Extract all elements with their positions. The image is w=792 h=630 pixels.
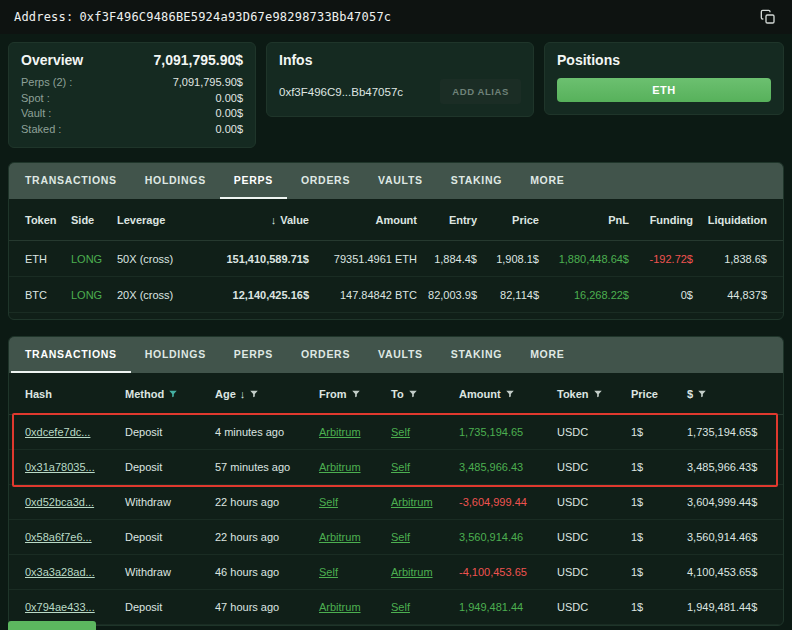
cell-liquidation: 44,837$ xyxy=(693,289,767,301)
tx-col-method[interactable]: Method xyxy=(125,388,215,400)
to-link[interactable]: Arbitrum xyxy=(391,496,433,508)
tx-tab-transactions[interactable]: TRANSACTIONS xyxy=(11,337,131,373)
cell-amount: 3,560,914.46 xyxy=(459,531,557,543)
cell-method: Deposit xyxy=(125,601,215,613)
copy-icon xyxy=(760,9,776,25)
perps-col-side[interactable]: Side xyxy=(71,214,117,226)
address-bar: Address:0xf3F496C9486BE5924a93D67e982987… xyxy=(0,0,792,34)
perps-row-eth: ETH LONG 50X (cross) 151,410,589.71$ 793… xyxy=(9,241,783,277)
cell-liquidation: 1,838.6$ xyxy=(693,253,767,265)
from-link[interactable]: Arbitrum xyxy=(319,531,361,543)
cell-token: USDC xyxy=(557,531,631,543)
perps-tabbar: TRANSACTIONS HOLDINGS PERPS ORDERS VAULT… xyxy=(9,163,783,199)
perps-tab-more[interactable]: MORE xyxy=(516,163,578,199)
overview-total: 7,091,795.90$ xyxy=(153,52,243,68)
hash-link[interactable]: 0x58a6f7e6... xyxy=(25,531,92,543)
tx-col-price[interactable]: Price xyxy=(631,388,687,400)
tx-col-from[interactable]: From xyxy=(319,388,391,400)
hash-link[interactable]: 0x794ae433... xyxy=(25,601,95,613)
filter-icon xyxy=(249,389,259,399)
cell-token: USDC xyxy=(557,426,631,438)
tx-col-amount[interactable]: Amount xyxy=(459,388,557,400)
from-link[interactable]: Arbitrum xyxy=(319,461,361,473)
cell-usd: 1,735,194.65$ xyxy=(687,426,767,438)
positions-title: Positions xyxy=(557,52,771,68)
cell-method: Deposit xyxy=(125,426,215,438)
tx-tab-more[interactable]: MORE xyxy=(516,337,578,373)
to-link[interactable]: Self xyxy=(391,531,410,543)
cell-token: ETH xyxy=(25,253,71,265)
tx-row: 0x3a3a28ad... Withdraw 46 hours ago Self… xyxy=(9,555,783,590)
from-link[interactable]: Arbitrum xyxy=(319,601,361,613)
overview-value: 0.00$ xyxy=(215,122,243,138)
cell-amount: -3,604,999.44 xyxy=(459,496,557,508)
cell-price: 1,908.1$ xyxy=(477,253,539,265)
cell-price: 1$ xyxy=(631,531,687,543)
cell-token: USDC xyxy=(557,566,631,578)
hash-link[interactable]: 0x3a3a28ad... xyxy=(25,566,95,578)
overview-label: Spot : xyxy=(21,91,50,107)
cell-token: USDC xyxy=(557,601,631,613)
cell-price: 1$ xyxy=(631,566,687,578)
from-link[interactable]: Self xyxy=(319,566,338,578)
cell-pnl: 1,880,448.64$ xyxy=(539,253,629,265)
address-label: Address: xyxy=(14,10,73,24)
filter-icon xyxy=(351,389,361,399)
tx-tab-vaults[interactable]: VAULTS xyxy=(364,337,437,373)
sort-desc-icon: ↓ xyxy=(240,388,246,400)
perps-col-liquidation[interactable]: Liquidation xyxy=(693,214,767,226)
hash-link[interactable]: 0xd52bca3d... xyxy=(25,496,94,508)
perps-col-funding[interactable]: Funding xyxy=(629,214,693,226)
perps-col-leverage[interactable]: Leverage xyxy=(117,214,197,226)
cell-age: 47 hours ago xyxy=(215,601,319,613)
position-asset-button[interactable]: ETH xyxy=(557,78,771,102)
from-link[interactable]: Arbitrum xyxy=(319,426,361,438)
cell-token: BTC xyxy=(25,289,71,301)
perps-tab-orders[interactable]: ORDERS xyxy=(287,163,364,199)
from-link[interactable]: Self xyxy=(319,496,338,508)
tx-col-usd[interactable]: $ xyxy=(687,388,767,400)
tx-col-age[interactable]: Age↓ xyxy=(215,388,319,400)
overview-row-spot: Spot : 0.00$ xyxy=(21,91,243,107)
perps-tab-holdings[interactable]: HOLDINGS xyxy=(131,163,220,199)
perps-col-value[interactable]: ↓Value xyxy=(197,214,309,226)
perps-col-amount[interactable]: Amount xyxy=(309,214,417,226)
perps-tab-perps[interactable]: PERPS xyxy=(220,163,287,199)
perps-tab-staking[interactable]: STAKING xyxy=(437,163,516,199)
add-alias-button[interactable]: ADD ALIAS xyxy=(440,79,521,104)
tx-tab-perps[interactable]: PERPS xyxy=(220,337,287,373)
perps-col-entry[interactable]: Entry xyxy=(417,214,477,226)
tx-row: 0x58a6f7e6... Deposit 22 hours ago Arbit… xyxy=(9,520,783,555)
tx-tab-holdings[interactable]: HOLDINGS xyxy=(131,337,220,373)
perps-tab-transactions[interactable]: TRANSACTIONS xyxy=(11,163,131,199)
tx-tab-staking[interactable]: STAKING xyxy=(437,337,516,373)
to-link[interactable]: Self xyxy=(391,601,410,613)
cell-usd: 4,100,453.65$ xyxy=(687,566,767,578)
to-link[interactable]: Self xyxy=(391,461,410,473)
cell-leverage: 20X (cross) xyxy=(117,289,197,301)
cell-entry: 82,003.9$ xyxy=(417,289,477,301)
partial-green-button[interactable] xyxy=(8,621,96,630)
perps-col-pnl[interactable]: PnL xyxy=(539,214,629,226)
perps-row-btc: BTC LONG 20X (cross) 12,140,425.16$ 147.… xyxy=(9,277,783,313)
perps-col-token[interactable]: Token xyxy=(25,214,71,226)
to-link[interactable]: Self xyxy=(391,426,410,438)
perps-tab-vaults[interactable]: VAULTS xyxy=(364,163,437,199)
cell-price: 1$ xyxy=(631,601,687,613)
tx-col-hash[interactable]: Hash xyxy=(25,388,125,400)
cell-price: 1$ xyxy=(631,426,687,438)
cell-token: USDC xyxy=(557,461,631,473)
hash-link[interactable]: 0x31a78035... xyxy=(25,461,95,473)
hash-link[interactable]: 0xdcefe7dc... xyxy=(25,426,90,438)
cell-token: USDC xyxy=(557,496,631,508)
tx-row: 0x794ae433... Deposit 47 hours ago Arbit… xyxy=(9,590,783,625)
tx-col-to[interactable]: To xyxy=(391,388,459,400)
perps-col-price[interactable]: Price xyxy=(477,214,539,226)
tx-col-token[interactable]: Token xyxy=(557,388,631,400)
tx-row: 0xdcefe7dc... Deposit 4 minutes ago Arbi… xyxy=(9,415,783,450)
tx-tab-orders[interactable]: ORDERS xyxy=(287,337,364,373)
cell-usd: 3,560,914.46$ xyxy=(687,531,767,543)
cell-amount: 147.84842 BTC xyxy=(309,289,417,301)
to-link[interactable]: Arbitrum xyxy=(391,566,433,578)
copy-address-button[interactable] xyxy=(758,7,778,27)
